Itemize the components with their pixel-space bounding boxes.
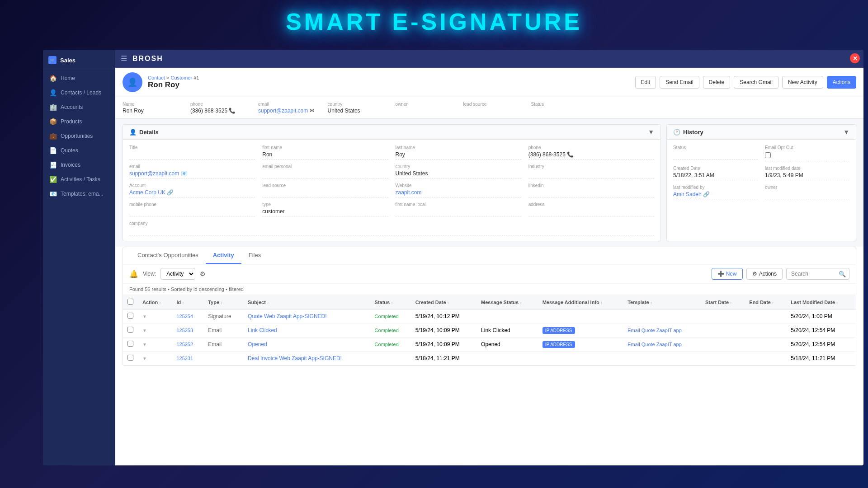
row-checkbox[interactable] [127,327,133,333]
account-link[interactable]: Acme Corp UK [129,189,165,197]
contacts-icon: 👤 [49,89,57,96]
email-opt-out-checkbox[interactable] [765,152,771,158]
th-select-all[interactable] [123,295,138,310]
sidebar-item-home[interactable]: 🏠 Home [43,71,115,85]
history-toggle[interactable]: ▼ [843,128,849,136]
row-checkbox-cell[interactable] [123,310,138,324]
subject-link[interactable]: Link Clicked [248,327,277,333]
sidebar-item-activities[interactable]: ✅ Activities / Tasks [43,172,115,187]
close-button[interactable]: ✕ [850,53,860,63]
details-email-link[interactable]: support@zaapit.com [129,170,179,178]
th-message-additional-info[interactable]: Message Additional Info [538,295,623,310]
email-link[interactable]: support@zaapit.com [258,108,308,114]
sidebar-item-opportunities[interactable]: 💼 Opportunities [43,129,115,143]
row-expand[interactable]: ▼ [138,324,172,338]
details-form: Title first name Ron last name Roy ph [123,140,660,241]
expand-button[interactable]: ▼ [142,314,147,319]
tab-files[interactable]: Files [241,247,268,264]
actions-button[interactable]: Actions [827,76,856,89]
details-toggle[interactable]: ▼ [648,128,654,136]
row-checkbox-cell[interactable] [123,324,138,338]
row-checkbox[interactable] [127,355,133,361]
row-end-date [745,352,786,366]
sidebar-item-quotes[interactable]: 📄 Quotes [43,143,115,158]
template-link[interactable]: Email Quote ZaapIT app [627,342,682,347]
products-icon: 📦 [49,118,57,125]
sidebar-item-contacts[interactable]: 👤 Contacts / Leads [43,85,115,100]
expand-button[interactable]: ▼ [142,342,147,347]
row-checkbox-cell[interactable] [123,352,138,366]
breadcrumb-contact-link[interactable]: Contact [148,75,165,80]
form-phone: phone (386) 868-3525 📞 [528,145,654,160]
owner-label: owner [396,102,450,107]
row-type: Email [203,338,243,352]
row-expand[interactable]: ▼ [138,310,172,324]
tab-activity[interactable]: Activity [206,247,241,264]
tab-contacts-opportunities[interactable]: Contact's Opportunities [130,247,206,264]
row-subject: Link Clicked [243,324,370,338]
website-link[interactable]: zaapit.com [396,189,422,196]
new-activity-button[interactable]: New Activity [782,76,823,89]
row-expand[interactable]: ▼ [138,338,172,352]
row-checkbox[interactable] [127,313,133,319]
form-email: email support@zaapit.com 📧 [129,164,255,178]
view-select[interactable]: Activity [160,268,195,280]
field-phone: phone (386) 868-3525 📞 [190,102,245,114]
activity-section: Contact's Opportunities Activity Files 🔔… [123,247,856,366]
search-gmail-button[interactable]: Search Gmail [734,76,778,89]
gear-icon[interactable]: ⚙ [200,270,206,277]
hist-status: Status [673,145,758,161]
sidebar-item-templates[interactable]: 📧 Templates: ema... [43,187,115,201]
form-first-name: first name Ron [262,145,388,160]
row-subject: Opened [243,338,370,352]
th-status[interactable]: Status [370,295,411,310]
th-last-modified-date[interactable]: Last Modified Date [786,295,856,310]
th-created-date[interactable]: Created Date [411,295,476,310]
subject-link[interactable]: Opened [248,341,267,347]
form-last-name: last name Roy [396,145,521,160]
activities-icon: ✅ [49,176,57,183]
hist-last-modified: last modified date 1/9/23, 5:49 PM [765,166,849,180]
sidebar-item-accounts-label: Accounts [61,104,83,110]
sidebar-sales-header[interactable]: 🛒 Sales [43,53,115,67]
row-type: Signature [203,310,243,324]
quotes-icon: 📄 [49,147,57,154]
sidebar-item-products[interactable]: 📦 Products [43,114,115,129]
subject-link[interactable]: Quote Web Zaapit App-SIGNED! [248,313,327,319]
activity-toolbar: 🔔 View: Activity ⚙ ➕ New ⚙ [123,264,856,284]
menu-icon[interactable]: ☰ [121,54,127,63]
sidebar-item-activities-label: Activities / Tasks [61,176,100,183]
edit-button[interactable]: Edit [635,76,656,89]
email-label: email [258,102,314,107]
new-button[interactable]: ➕ New [712,268,743,280]
th-id[interactable]: Id [172,295,203,310]
th-message-status[interactable]: Message Status [476,295,538,310]
sidebar-item-invoices[interactable]: 🧾 Invoices [43,158,115,172]
th-end-date[interactable]: End Date [745,295,786,310]
sidebar-item-accounts[interactable]: 🏢 Accounts [43,100,115,114]
subject-link[interactable]: Deal Invoice Web Zaapit App-SIGNED! [248,355,342,361]
row-template: Email Quote ZaapIT app [623,324,701,338]
th-template[interactable]: Template [623,295,701,310]
history-form: Status Email Opt Out Created Date 5/18/2… [667,140,856,205]
th-subject[interactable]: Subject [243,295,370,310]
expand-button[interactable]: ▼ [142,356,147,361]
template-link[interactable]: Email Quote ZaapIT app [627,328,682,333]
status-badge: Completed [375,314,399,319]
row-checkbox-cell[interactable] [123,338,138,352]
row-checkbox[interactable] [127,341,133,347]
delete-button[interactable]: Delete [703,76,731,89]
field-email: email support@zaapit.com ✉ [258,102,314,114]
row-expand[interactable]: ▼ [138,352,172,366]
send-email-button[interactable]: Send Email [660,76,699,89]
last-modified-by-link[interactable]: Amir Sadeh [673,191,702,197]
actions-sm-button[interactable]: ⚙ Actions [746,268,783,280]
breadcrumb-customer-link[interactable]: Customer [170,75,192,80]
expand-button[interactable]: ▼ [142,328,147,333]
status-badge: Completed [375,342,399,347]
th-start-date[interactable]: Start Date [701,295,745,310]
form-website: Website zaapit.com [396,183,521,197]
select-all-checkbox[interactable] [127,299,133,305]
th-type[interactable]: Type [203,295,243,310]
th-action[interactable]: Action [138,295,172,310]
